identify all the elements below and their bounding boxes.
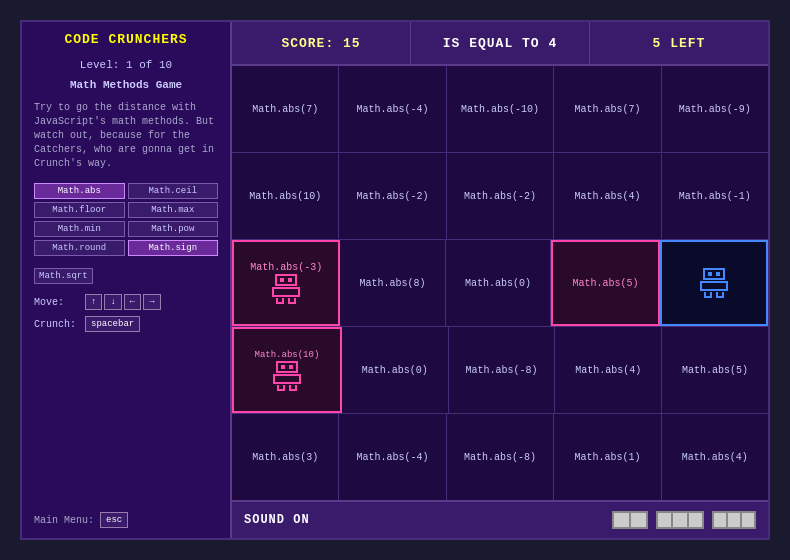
health-seg (689, 513, 702, 527)
cell-value: Math.abs(4) (575, 365, 641, 376)
sound-label[interactable]: SOUND ON (244, 513, 600, 527)
esc-key[interactable]: esc (100, 512, 128, 528)
grid-row: Math.abs(-3) Math.abs(8) Math.abs(0) (232, 240, 768, 327)
health-seg (728, 513, 740, 527)
method-sqrt[interactable]: Math.sqrt (34, 268, 93, 284)
robot-head (276, 361, 298, 373)
robot-legs (704, 292, 724, 298)
method-abs[interactable]: Math.abs (34, 183, 125, 199)
cell-value: Math.abs(-4) (357, 104, 429, 115)
robot-body (700, 281, 728, 291)
method-round[interactable]: Math.round (34, 240, 125, 256)
equals-display: IS EQUAL TO 4 (411, 22, 590, 64)
key-up[interactable]: ↑ (85, 294, 102, 310)
method-max[interactable]: Math.max (128, 202, 219, 218)
method-ceil[interactable]: Math.ceil (128, 183, 219, 199)
method-floor[interactable]: Math.floor (34, 202, 125, 218)
grid-cell: Math.abs(-8) (449, 327, 556, 413)
grid-cell: Math.abs(0) (342, 327, 449, 413)
arrow-keys: ↑ ↓ ← → (85, 294, 161, 310)
robot-leg-left (277, 385, 285, 391)
player-robot2: Math.abs(10) (254, 350, 319, 391)
robot-head (703, 268, 725, 280)
cell-value: Math.abs(-9) (679, 104, 751, 115)
robot-leg-left (704, 292, 712, 298)
cell-value: Math.abs(7) (574, 104, 640, 115)
cell-value: Math.abs(-8) (465, 365, 537, 376)
key-left[interactable]: ← (124, 294, 141, 310)
cell-value: Math.abs(-4) (357, 452, 429, 463)
cell-value: Math.abs(-1) (679, 191, 751, 202)
grid-cell: Math.abs(7) (232, 66, 339, 152)
footer-row: SOUND ON (232, 500, 768, 538)
health-bar-1 (612, 511, 648, 529)
grid-cell: Math.abs(-2) (339, 153, 446, 239)
key-down[interactable]: ↓ (104, 294, 121, 310)
grid-cell: Math.abs(-2) (447, 153, 554, 239)
health-seg (614, 513, 629, 527)
grid-cell: Math.abs(4) (554, 153, 661, 239)
robot-leg-right (716, 292, 724, 298)
cell-value: Math.abs(1) (574, 452, 640, 463)
cell-value: Math.abs(4) (682, 452, 748, 463)
health-bars (612, 511, 756, 529)
cell-value: Math.abs(4) (574, 191, 640, 202)
cell-value: Math.abs(5) (572, 278, 638, 289)
grid-cell: Math.abs(-10) (447, 66, 554, 152)
robot-body (273, 374, 301, 384)
health-seg (631, 513, 646, 527)
cell-value: Math.abs(10) (254, 350, 319, 360)
sidebar: CODE CRUNCHERS Level: 1 of 10 Math Metho… (22, 22, 232, 538)
game-description: Try to go the distance with JavaScript's… (34, 101, 218, 171)
target-cell: Math.abs(5) (551, 240, 659, 326)
cell-value: Math.abs(8) (360, 278, 426, 289)
player-cell: Math.abs(-3) (232, 240, 340, 326)
grid-row: Math.abs(3) Math.abs(-4) Math.abs(-8) Ma… (232, 414, 768, 500)
grid-cell: Math.abs(10) (232, 153, 339, 239)
cell-value: Math.abs(-3) (250, 262, 322, 273)
grid-cell: Math.abs(-1) (662, 153, 768, 239)
methods-grid: Math.abs Math.ceil Math.floor Math.max M… (34, 183, 218, 256)
main-menu-label: Main Menu: (34, 515, 94, 526)
cell-value: Math.abs(-8) (464, 452, 536, 463)
crunch-label: Crunch: (34, 319, 79, 330)
method-min[interactable]: Math.min (34, 221, 125, 237)
robot-legs (276, 298, 296, 304)
cell-value: Math.abs(-2) (464, 191, 536, 202)
grid-area: Math.abs(7) Math.abs(-4) Math.abs(-10) M… (232, 66, 768, 500)
game-area: SCORE: 15 IS EQUAL TO 4 5 LEFT Math.abs(… (232, 22, 768, 538)
grid-cell: Math.abs(4) (662, 414, 768, 500)
sidebar-title: CODE CRUNCHERS (34, 32, 218, 47)
left-display: 5 LEFT (590, 22, 768, 64)
cell-value: Math.abs(-10) (461, 104, 539, 115)
robot-legs (277, 385, 297, 391)
enemy-robot (700, 268, 728, 298)
grid-cell: Math.abs(-8) (447, 414, 554, 500)
grid-row: Math.abs(7) Math.abs(-4) Math.abs(-10) M… (232, 66, 768, 153)
game-container: CODE CRUNCHERS Level: 1 of 10 Math Metho… (20, 20, 770, 540)
grid-cell: Math.abs(5) (662, 327, 768, 413)
header-row: SCORE: 15 IS EQUAL TO 4 5 LEFT (232, 22, 768, 66)
cell-value: Math.abs(0) (465, 278, 531, 289)
grid-cell: Math.abs(1) (554, 414, 661, 500)
grid-cell: Math.abs(8) (340, 240, 445, 326)
health-bar-2 (656, 511, 704, 529)
sidebar-footer: Main Menu: esc (34, 512, 218, 528)
grid-cell: Math.abs(0) (446, 240, 551, 326)
grid-cell: Math.abs(10) (232, 327, 342, 413)
cell-value: Math.abs(3) (252, 452, 318, 463)
robot-body (272, 287, 300, 297)
robot-leg-left (276, 298, 284, 304)
crunch-key[interactable]: spacebar (85, 316, 140, 332)
move-label: Move: (34, 297, 79, 308)
grid-cell: Math.abs(-9) (662, 66, 768, 152)
cell-value: Math.abs(5) (682, 365, 748, 376)
crunch-control: Crunch: spacebar (34, 316, 218, 332)
key-right[interactable]: → (143, 294, 160, 310)
controls-section: Move: ↑ ↓ ← → Crunch: spacebar (34, 294, 218, 338)
health-seg (714, 513, 726, 527)
method-pow[interactable]: Math.pow (128, 221, 219, 237)
player-robot: Math.abs(-3) (250, 262, 322, 304)
method-sign[interactable]: Math.sign (128, 240, 219, 256)
grid-cell: Math.abs(7) (554, 66, 661, 152)
